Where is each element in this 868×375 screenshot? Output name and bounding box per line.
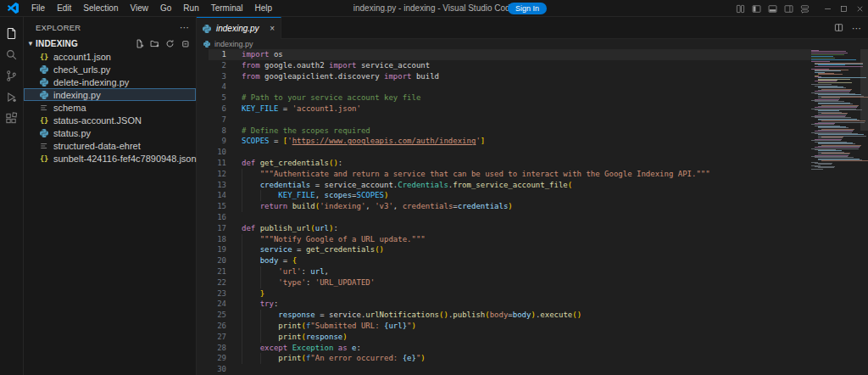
line-number: 24	[209, 299, 226, 310]
code-line-text: SCOPES = ['https://www.googleapis.com/au…	[226, 136, 485, 147]
line-number: 9	[209, 136, 226, 147]
code-line[interactable]: 4	[209, 81, 811, 92]
code-line[interactable]: 28 except Exception as e:	[209, 343, 811, 354]
file-item-indexing.py[interactable]: indexing.py	[24, 88, 196, 101]
breadcrumb[interactable]: indexing.py	[197, 39, 868, 49]
folder-section-indexing[interactable]: ▼ INDEXING	[24, 37, 196, 50]
code-line-text: 'type': 'URL_UPDATED'	[226, 277, 375, 288]
code-line-text: import os	[226, 49, 283, 60]
code-line[interactable]: 12 """Authenticate and return a service …	[209, 169, 811, 180]
code-line[interactable]: 14 KEY_FILE, scopes=SCOPES)	[209, 190, 811, 201]
line-number: 15	[209, 201, 226, 212]
run-and-debug-icon[interactable]	[0, 87, 24, 108]
code-line[interactable]: 26 print(f"Submitted URL: {url}")	[209, 321, 811, 332]
file-item-delete-indexing.py[interactable]: delete-indexing.py	[24, 76, 196, 88]
file-item-status.py[interactable]: status.py	[24, 126, 196, 139]
code-line[interactable]: 17def publish_url(url):	[209, 223, 811, 234]
file-item-status-account.JSON[interactable]: {}status-account.JSON	[24, 114, 196, 126]
code-line-text	[226, 364, 242, 375]
code-line[interactable]: 1import os	[209, 49, 811, 60]
customize-layout-icon[interactable]	[797, 0, 813, 17]
code-line-text: from googleapiclient.discovery import bu…	[226, 71, 439, 82]
code-line-text: """Authenticate and return a service tha…	[226, 169, 710, 180]
file-label: indexing.py	[53, 90, 101, 100]
minimize-icon[interactable]	[820, 0, 836, 17]
explorer-icon[interactable]	[0, 23, 24, 44]
menu-selection[interactable]: Selection	[77, 2, 124, 14]
file-item-check_urls.py[interactable]: check_urls.py	[24, 63, 196, 76]
collapse-folders-icon[interactable]	[179, 38, 191, 49]
file-item-schema[interactable]: schema	[24, 101, 196, 114]
file-label: account1.json	[53, 52, 111, 62]
close-window-icon[interactable]	[852, 0, 868, 17]
file-item-account1.json[interactable]: {}account1.json	[24, 50, 196, 63]
menu-file[interactable]: File	[25, 2, 51, 14]
code-line-text: from google.oauth2 import service_accoun…	[226, 60, 430, 71]
code-line[interactable]: 18 """Notify Google of a URL update."""	[209, 234, 811, 245]
breadcrumb-item: indexing.py	[214, 40, 253, 48]
code-line[interactable]: 19 service = get_credentials()	[209, 244, 811, 255]
code-line[interactable]: 16	[209, 212, 811, 223]
scrollbar-thumb[interactable]	[860, 49, 868, 131]
code-line[interactable]: 27 print(response)	[209, 332, 811, 343]
tab-indexing-py[interactable]: indexing.py ×	[197, 17, 281, 39]
code-line[interactable]: 15 return build('indexing', 'v3', creden…	[209, 201, 811, 212]
code-line[interactable]: 22 'type': 'URL_UPDATED'	[209, 277, 811, 288]
line-number: 23	[209, 288, 226, 299]
code-line-text	[226, 115, 242, 126]
line-number: 11	[209, 158, 226, 169]
menu-go[interactable]: Go	[154, 2, 177, 14]
extensions-icon[interactable]	[0, 108, 24, 129]
code-line[interactable]: 9SCOPES = ['https://www.googleapis.com/a…	[209, 136, 811, 147]
menu-terminal[interactable]: Terminal	[205, 2, 249, 14]
code-line[interactable]: 30	[209, 364, 811, 375]
editor-layout-icon[interactable]	[732, 0, 748, 17]
code-line-text: print(f"An error occurred: {e}")	[226, 353, 426, 364]
code-line[interactable]: 8# Define the scopes required	[209, 126, 811, 137]
code-line[interactable]: 6KEY_FILE = 'account1.json'	[209, 104, 811, 115]
chevron-down-icon: ▼	[25, 40, 36, 48]
code-editor[interactable]: 1import os2from google.oauth2 import ser…	[197, 49, 868, 375]
code-line[interactable]: 20 body = {	[209, 255, 811, 266]
code-line[interactable]: 23 }	[209, 288, 811, 299]
code-line[interactable]: 13 credentials = service_account.Credent…	[209, 180, 811, 191]
menu-edit[interactable]: Edit	[51, 2, 77, 14]
file-list: {}account1.jsoncheck_urls.pydelete-index…	[24, 50, 196, 375]
vertical-scrollbar[interactable]	[860, 49, 868, 375]
list-file-icon	[39, 142, 49, 150]
python-file-icon	[39, 65, 49, 74]
new-file-icon[interactable]	[133, 38, 145, 49]
toggle-panel-icon[interactable]	[765, 0, 781, 17]
toggle-secondary-sidebar-icon[interactable]	[781, 0, 797, 17]
file-item-sunbelt-424116-fef4c7890948.json[interactable]: {}sunbelt-424116-fef4c7890948.json	[24, 152, 196, 165]
toggle-primary-sidebar-icon[interactable]	[748, 0, 765, 17]
code-line[interactable]: 29 print(f"An error occurred: {e}")	[209, 353, 811, 364]
menu-help[interactable]: Help	[249, 2, 279, 14]
tab-close-icon[interactable]: ×	[270, 25, 275, 33]
source-control-icon[interactable]	[0, 65, 24, 87]
file-item-structured-data-ehret[interactable]: structured-data-ehret	[24, 139, 196, 152]
code-line[interactable]: 2from google.oauth2 import service_accou…	[209, 60, 811, 71]
minimap[interactable]	[811, 50, 860, 170]
code-line[interactable]: 7	[209, 115, 811, 126]
code-line[interactable]: 11def get_credentials():	[209, 158, 811, 169]
split-editor-icon[interactable]	[834, 20, 843, 36]
search-icon[interactable]	[0, 44, 24, 65]
editor-more-actions-icon[interactable]: ⋯	[852, 25, 861, 31]
code-line[interactable]: 10	[209, 147, 811, 158]
menu-view[interactable]: View	[125, 2, 155, 14]
line-number: 28	[209, 343, 226, 354]
code-line[interactable]: 21 'url': url,	[209, 266, 811, 277]
line-number: 1	[209, 49, 226, 60]
maximize-icon[interactable]	[836, 0, 852, 17]
code-line[interactable]: 24 try:	[209, 299, 811, 310]
code-line[interactable]: 25 response = service.urlNotifications()…	[209, 310, 811, 321]
new-folder-icon[interactable]	[148, 38, 160, 49]
code-line-text: print(response)	[226, 332, 348, 343]
refresh-icon[interactable]	[164, 38, 175, 49]
menu-run[interactable]: Run	[177, 2, 204, 14]
sign-in-button[interactable]: Sign In	[508, 3, 547, 14]
code-line[interactable]: 3from googleapiclient.discovery import b…	[209, 71, 811, 82]
explorer-more-actions-icon[interactable]: ⋯	[180, 24, 189, 31]
code-line[interactable]: 5# Path to your service account key file	[209, 92, 811, 104]
